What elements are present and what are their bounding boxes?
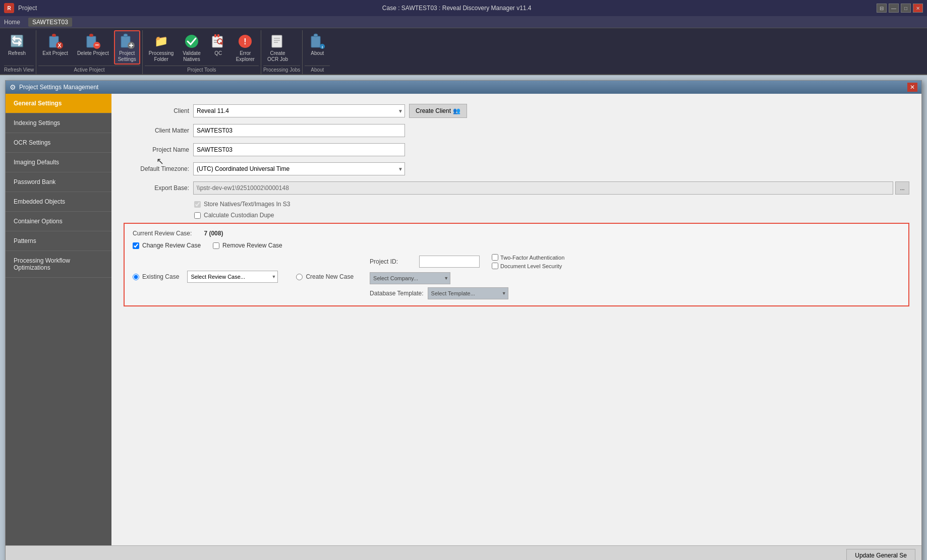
sidebar-item-general-settings[interactable]: General Settings xyxy=(6,94,111,113)
project-name-input[interactable] xyxy=(193,143,405,156)
browse-btn[interactable]: ... xyxy=(895,181,909,195)
client-matter-label: Client Matter xyxy=(124,127,189,134)
dialog-footer: Update General Se xyxy=(6,545,921,560)
menu-home[interactable]: Home xyxy=(4,19,20,26)
about-label: About xyxy=(311,50,324,56)
project-name-label: Project Name xyxy=(124,146,189,153)
about-icon: i xyxy=(309,33,325,49)
sidebar-item-embedded-objects[interactable]: Embedded Objects xyxy=(6,192,111,212)
error-explorer-btn[interactable]: ! ErrorExplorer xyxy=(232,30,259,65)
sidebar-item-password-bank[interactable]: Password Bank xyxy=(6,172,111,192)
db-template-row: Database Template: Select Template... ▼ xyxy=(370,287,564,299)
refresh-btn[interactable]: 🔄 Refresh xyxy=(4,30,30,65)
ribbon-group-processing-jobs: CreateOCR Job Processing Jobs xyxy=(261,30,303,74)
create-new-case-option: Create New Case xyxy=(296,273,354,280)
project-name-row: Project Name xyxy=(124,143,909,156)
document-level-security-checkbox[interactable] xyxy=(492,263,498,269)
project-settings-btn[interactable]: ProjectSettings xyxy=(114,30,140,65)
existing-case-radio[interactable] xyxy=(133,274,139,280)
svg-text:!: ! xyxy=(244,37,247,46)
existing-case-label: Existing Case xyxy=(142,273,179,280)
export-base-label: Export Base: xyxy=(124,184,189,192)
svg-text:X: X xyxy=(57,42,62,48)
maximize-btn[interactable]: □ xyxy=(901,4,911,13)
app-icon: R xyxy=(4,3,14,13)
menu-project[interactable]: SAWTEST03 xyxy=(28,18,72,27)
svg-rect-24 xyxy=(311,36,320,47)
review-case-select[interactable]: Select Review Case... xyxy=(187,271,278,283)
company-select[interactable]: Select Company... xyxy=(370,272,450,284)
project-settings-icon xyxy=(119,33,135,49)
create-ocr-job-btn[interactable]: CreateOCR Job xyxy=(263,30,292,65)
two-factor-auth-checkbox[interactable] xyxy=(492,254,498,261)
db-template-select[interactable]: Select Template... xyxy=(428,287,508,299)
app-title: Project xyxy=(18,5,37,12)
processing-folder-btn[interactable]: 📁 ProcessingFolder xyxy=(145,30,178,65)
exit-project-icon: X xyxy=(47,33,64,49)
validate-natives-btn[interactable]: ValidateNatives xyxy=(179,30,204,65)
change-review-case-checkbox[interactable] xyxy=(133,242,139,249)
company-select-wrapper: Select Company... ▼ xyxy=(370,272,450,284)
change-review-case-label: Change Review Case xyxy=(142,242,201,249)
review-case-options-row: Existing Case Select Review Case... ▼ Cr… xyxy=(133,254,900,299)
two-factor-auth-item: Two-Factor Authentication xyxy=(492,254,564,261)
svg-point-9 xyxy=(124,34,128,37)
svg-rect-20 xyxy=(272,35,282,47)
svg-text:i: i xyxy=(322,45,323,49)
document-level-security-item: Document Level Security xyxy=(492,263,564,269)
store-natives-row: Store Natives/Text/Images In S3 xyxy=(194,201,909,208)
sidebar-item-indexing-settings[interactable]: Indexing Settings xyxy=(6,113,111,133)
delete-project-btn[interactable]: − Delete Project xyxy=(73,30,113,65)
window-title: Case : SAWTEST03 : Reveal Discovery Mana… xyxy=(37,5,877,12)
sidebar-item-ocr-settings[interactable]: OCR Settings xyxy=(6,133,111,153)
sidebar: General Settings Indexing Settings OCR S… xyxy=(6,94,111,545)
remove-review-case-checkbox[interactable] xyxy=(213,242,219,249)
sidebar-item-processing-workflow[interactable]: Processing Workflow Optimizations xyxy=(6,251,111,278)
project-id-label: Project ID: xyxy=(370,258,415,265)
create-client-btn[interactable]: Create Client 👥 xyxy=(409,104,467,118)
review-case-box: Current Review Case: 7 (008) Change Revi… xyxy=(124,223,909,306)
delete-project-label: Delete Project xyxy=(77,50,109,56)
about-btn[interactable]: i About xyxy=(305,30,330,65)
dialog-close-btn[interactable]: ✕ xyxy=(907,83,917,92)
qc-btn[interactable]: QC xyxy=(206,30,231,65)
delete-project-icon: − xyxy=(85,33,101,49)
close-btn[interactable]: ✕ xyxy=(913,4,923,13)
dialog-body: General Settings Indexing Settings OCR S… xyxy=(6,94,921,545)
minimize-btn[interactable]: — xyxy=(889,4,899,13)
create-new-case-label: Create New Case xyxy=(306,273,354,280)
sidebar-item-container-options[interactable]: Container Options xyxy=(6,212,111,231)
timezone-select[interactable]: (UTC) Coordinated Universal Time xyxy=(193,162,405,175)
ribbon-groups: 🔄 Refresh Refresh View X xyxy=(0,30,927,74)
validate-natives-label: ValidateNatives xyxy=(183,50,200,63)
project-id-row: Project ID: Two-Factor Authentication xyxy=(370,254,564,269)
error-explorer-icon: ! xyxy=(237,33,253,49)
review-case-select-wrapper: Select Review Case... ▼ xyxy=(187,271,278,283)
current-review-case-label: Current Review Case: xyxy=(133,230,192,237)
calculate-custodian-row: Calculate Custodian Dupe xyxy=(194,212,909,219)
svg-rect-13 xyxy=(214,34,216,37)
ribbon-group-refresh: 🔄 Refresh Refresh View xyxy=(2,30,36,74)
project-id-section: Project ID: Two-Factor Authentication xyxy=(370,254,564,299)
create-new-case-radio[interactable] xyxy=(296,274,303,280)
restore-btn[interactable]: ⊟ xyxy=(877,4,887,13)
export-base-input[interactable] xyxy=(193,181,893,195)
client-select[interactable]: Reveal 11.4 xyxy=(193,104,405,117)
refresh-icon: 🔄 xyxy=(9,33,25,49)
update-general-settings-btn[interactable]: Update General Se xyxy=(846,549,915,560)
project-settings-label: ProjectSettings xyxy=(118,50,136,63)
sidebar-item-imaging-defaults[interactable]: Imaging Defaults xyxy=(6,153,111,172)
sidebar-item-patterns[interactable]: Patterns xyxy=(6,231,111,251)
qc-icon xyxy=(210,33,226,49)
svg-text:−: − xyxy=(95,41,99,49)
calculate-custodian-checkbox[interactable] xyxy=(194,212,201,219)
remove-review-case-wrapper: Remove Review Case xyxy=(213,242,282,249)
window-controls: ⊟ — □ ✕ xyxy=(877,4,923,13)
main-content: ⚙ Project Settings Management ✕ General … xyxy=(0,75,927,560)
auth-checkboxes: Two-Factor Authentication Document Level… xyxy=(492,254,564,269)
client-matter-input[interactable] xyxy=(193,124,405,137)
exit-project-btn[interactable]: X Exit Project xyxy=(38,30,72,65)
project-id-input[interactable] xyxy=(419,256,480,268)
store-natives-checkbox[interactable] xyxy=(194,201,201,208)
svg-rect-14 xyxy=(217,34,219,37)
